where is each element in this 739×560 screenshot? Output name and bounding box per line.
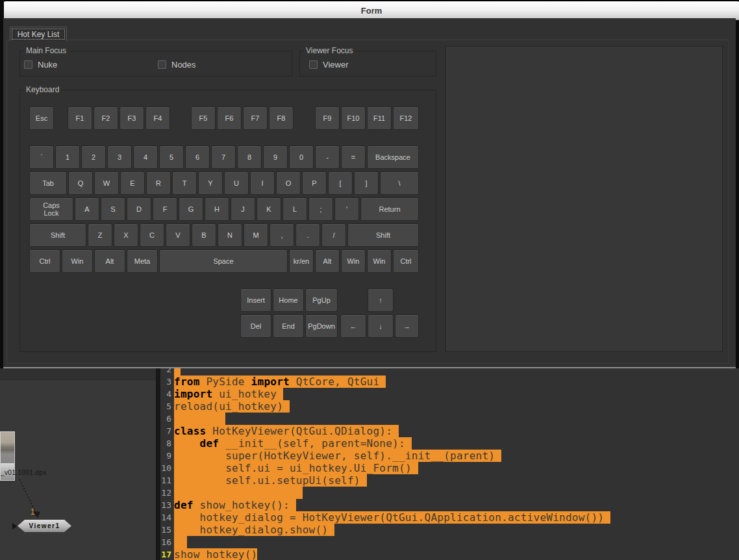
key-insert[interactable]: Insert bbox=[240, 288, 271, 312]
key-win[interactable]: Win bbox=[341, 249, 366, 273]
key-backspace[interactable]: Backspace bbox=[367, 146, 419, 169]
key-shift[interactable]: Shift bbox=[29, 223, 86, 247]
key-sym-7-4[interactable]: ↓ bbox=[368, 314, 394, 338]
key-8[interactable]: 8 bbox=[237, 146, 262, 169]
key-f3[interactable]: F3 bbox=[119, 107, 144, 130]
script-editor[interactable]: 2 3from PySide import QtCore, QtGui 4imp… bbox=[160, 368, 739, 560]
key-f10[interactable]: F10 bbox=[341, 107, 366, 130]
key-sym-4-9[interactable]: . bbox=[295, 223, 320, 247]
checkbox-nodes[interactable] bbox=[158, 60, 166, 69]
key-f4[interactable]: F4 bbox=[145, 107, 170, 130]
key-sym-6-3[interactable]: ↑ bbox=[368, 288, 394, 312]
key-c[interactable]: C bbox=[140, 223, 164, 247]
key-space[interactable]: Space bbox=[159, 249, 288, 273]
key-sym-3-10[interactable]: ; bbox=[308, 197, 333, 221]
key-a[interactable]: A bbox=[75, 197, 99, 221]
key-sym-1-12[interactable]: = bbox=[341, 146, 366, 169]
key-sym-2-13[interactable]: \ bbox=[380, 172, 419, 195]
key-win[interactable]: Win bbox=[62, 249, 93, 273]
key-alt[interactable]: Alt bbox=[94, 249, 125, 273]
key-sym-7-5[interactable]: → bbox=[395, 314, 419, 338]
key-0[interactable]: 0 bbox=[289, 146, 314, 169]
tab-hot-key-list[interactable]: Hot Key List bbox=[10, 27, 67, 41]
viewer1-node[interactable]: Viewer1 bbox=[18, 520, 71, 532]
key-f8[interactable]: F8 bbox=[269, 107, 294, 130]
hotkey-list-panel[interactable] bbox=[445, 46, 723, 351]
key-del[interactable]: Del bbox=[240, 314, 271, 338]
key-caps-lock[interactable]: Caps Lock bbox=[29, 197, 73, 221]
checkbox-nuke-label: Nuke bbox=[38, 60, 57, 70]
key-g[interactable]: G bbox=[179, 197, 203, 221]
key-return[interactable]: Return bbox=[360, 197, 419, 221]
key-t[interactable]: T bbox=[172, 172, 197, 195]
checkbox-nuke[interactable] bbox=[24, 60, 32, 69]
key-tab[interactable]: Tab bbox=[29, 172, 67, 195]
key-f11[interactable]: F11 bbox=[367, 107, 392, 130]
key-4[interactable]: 4 bbox=[133, 146, 158, 169]
checkbox-viewer[interactable] bbox=[309, 60, 318, 69]
key-pgdown[interactable]: PgDown bbox=[305, 314, 338, 338]
node-graph-panel[interactable]: _v01.1001.dpx 1 Viewer1 bbox=[0, 368, 156, 560]
key-sym-1-0[interactable]: ` bbox=[29, 146, 54, 169]
key-sym-3-11[interactable]: ' bbox=[334, 197, 359, 221]
key-x[interactable]: X bbox=[114, 223, 138, 247]
key-win[interactable]: Win bbox=[367, 249, 392, 273]
read-node-label: _v01.1001.dpx bbox=[1, 469, 72, 476]
line-number: 10 bbox=[160, 463, 171, 473]
key-6[interactable]: 6 bbox=[185, 146, 210, 169]
key-l[interactable]: L bbox=[282, 197, 307, 221]
key-3[interactable]: 3 bbox=[107, 146, 132, 169]
key-shift[interactable]: Shift bbox=[347, 223, 419, 247]
key-5[interactable]: 5 bbox=[159, 146, 184, 169]
key-d[interactable]: D bbox=[127, 197, 151, 221]
key-sym-2-11[interactable]: [ bbox=[328, 172, 353, 195]
key-home[interactable]: Home bbox=[273, 288, 304, 312]
key-1[interactable]: 1 bbox=[55, 146, 80, 169]
key-f6[interactable]: F6 bbox=[217, 107, 242, 130]
key-r[interactable]: R bbox=[146, 172, 171, 195]
key-f12[interactable]: F12 bbox=[393, 107, 419, 130]
key-h[interactable]: H bbox=[205, 197, 229, 221]
key-j[interactable]: J bbox=[231, 197, 255, 221]
tab-label: Hot Key List bbox=[18, 30, 60, 39]
key-n[interactable]: N bbox=[218, 223, 242, 247]
key-p[interactable]: P bbox=[302, 172, 327, 195]
key-pgup[interactable]: PgUp bbox=[305, 288, 338, 312]
key-f2[interactable]: F2 bbox=[94, 107, 118, 130]
key-ctrl[interactable]: Ctrl bbox=[393, 249, 419, 273]
key-sym-7-3[interactable]: ← bbox=[340, 314, 366, 338]
key-sym-4-8[interactable]: , bbox=[269, 223, 294, 247]
key-9[interactable]: 9 bbox=[263, 146, 288, 169]
key-kr-en[interactable]: kr/en bbox=[289, 249, 314, 273]
key-f9[interactable]: F9 bbox=[315, 107, 340, 130]
key-esc[interactable]: Esc bbox=[29, 107, 54, 130]
key-i[interactable]: I bbox=[250, 172, 275, 195]
key-e[interactable]: E bbox=[120, 172, 145, 195]
key-f5[interactable]: F5 bbox=[191, 107, 216, 130]
key-meta[interactable]: Meta bbox=[127, 249, 158, 273]
key-7[interactable]: 7 bbox=[211, 146, 236, 169]
key-w[interactable]: W bbox=[94, 172, 119, 195]
key-ctrl[interactable]: Ctrl bbox=[29, 249, 60, 273]
key-b[interactable]: B bbox=[192, 223, 216, 247]
key-end[interactable]: End bbox=[273, 314, 304, 338]
dialog-titlebar[interactable]: Form bbox=[4, 0, 739, 20]
key-alt[interactable]: Alt bbox=[315, 249, 340, 273]
key-f[interactable]: F bbox=[153, 197, 177, 221]
key-v[interactable]: V bbox=[166, 223, 190, 247]
key-sym-1-11[interactable]: - bbox=[315, 146, 340, 169]
key-m[interactable]: M bbox=[244, 223, 268, 247]
key-sym-4-10[interactable]: / bbox=[321, 223, 346, 247]
key-z[interactable]: Z bbox=[88, 223, 112, 247]
key-o[interactable]: O bbox=[276, 172, 301, 195]
key-y[interactable]: Y bbox=[198, 172, 223, 195]
panel-divider[interactable] bbox=[156, 368, 160, 560]
key-u[interactable]: U bbox=[224, 172, 249, 195]
key-k[interactable]: K bbox=[257, 197, 281, 221]
key-q[interactable]: Q bbox=[68, 172, 93, 195]
key-f1[interactable]: F1 bbox=[68, 107, 92, 130]
key-2[interactable]: 2 bbox=[81, 146, 106, 169]
key-f7[interactable]: F7 bbox=[243, 107, 268, 130]
key-s[interactable]: S bbox=[101, 197, 125, 221]
key-sym-2-12[interactable]: ] bbox=[354, 172, 379, 195]
